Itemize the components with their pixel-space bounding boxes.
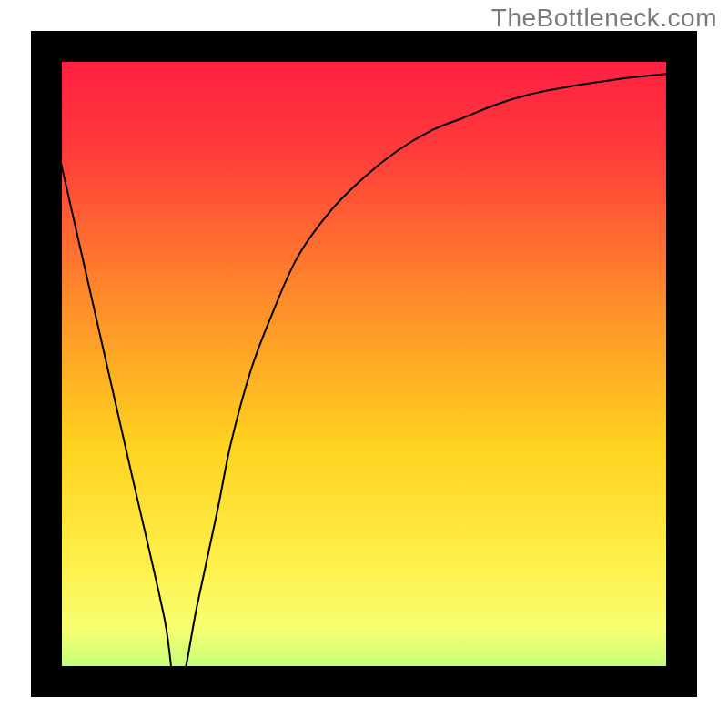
gradient-background	[31, 31, 697, 697]
watermark-text: TheBottleneck.com	[491, 4, 717, 33]
chart-frame: TheBottleneck.com	[0, 0, 728, 728]
bottleneck-chart	[31, 31, 697, 697]
